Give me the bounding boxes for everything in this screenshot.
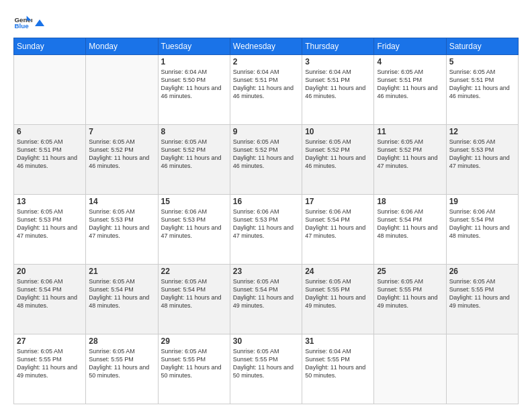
day-number: 16 — [233, 197, 299, 206]
header: General Blue — [13, 12, 519, 31]
day-number: 23 — [233, 267, 299, 276]
calendar-cell — [14, 55, 86, 125]
calendar-cell: 10Sunrise: 6:05 AM Sunset: 5:52 PM Dayli… — [302, 125, 374, 195]
cell-info: Sunrise: 6:05 AM Sunset: 5:51 PM Dayligh… — [449, 68, 515, 101]
cell-info: Sunrise: 6:05 AM Sunset: 5:54 PM Dayligh… — [89, 277, 154, 310]
day-number: 14 — [89, 197, 154, 206]
cell-info: Sunrise: 6:05 AM Sunset: 5:52 PM Dayligh… — [161, 138, 227, 171]
day-number: 4 — [377, 57, 443, 66]
cell-info: Sunrise: 6:05 AM Sunset: 5:53 PM Dayligh… — [449, 138, 515, 171]
calendar-cell: 25Sunrise: 6:05 AM Sunset: 5:55 PM Dayli… — [374, 265, 446, 334]
calendar-cell: 19Sunrise: 6:06 AM Sunset: 5:54 PM Dayli… — [446, 195, 518, 265]
cell-info: Sunrise: 6:05 AM Sunset: 5:55 PM Dayligh… — [89, 347, 154, 380]
calendar-cell: 15Sunrise: 6:06 AM Sunset: 5:53 PM Dayli… — [158, 195, 230, 265]
calendar-cell: 17Sunrise: 6:06 AM Sunset: 5:54 PM Dayli… — [302, 195, 374, 265]
calendar-week-row: 27Sunrise: 6:05 AM Sunset: 5:55 PM Dayli… — [14, 334, 519, 404]
day-number: 29 — [161, 336, 227, 346]
day-number: 31 — [305, 336, 371, 346]
cell-info: Sunrise: 6:05 AM Sunset: 5:55 PM Dayligh… — [161, 347, 227, 380]
day-number: 1 — [161, 57, 227, 66]
calendar-cell: 7Sunrise: 6:05 AM Sunset: 5:52 PM Daylig… — [86, 125, 158, 195]
calendar-cell: 16Sunrise: 6:06 AM Sunset: 5:53 PM Dayli… — [230, 195, 302, 265]
day-number: 25 — [377, 267, 443, 276]
calendar-week-row: 13Sunrise: 6:05 AM Sunset: 5:53 PM Dayli… — [14, 195, 519, 265]
cell-info: Sunrise: 6:05 AM Sunset: 5:53 PM Dayligh… — [89, 208, 154, 240]
calendar-cell: 23Sunrise: 6:05 AM Sunset: 5:54 PM Dayli… — [230, 265, 302, 334]
calendar-cell: 9Sunrise: 6:05 AM Sunset: 5:52 PM Daylig… — [230, 125, 302, 195]
weekday-header-tuesday: Tuesday — [158, 38, 230, 55]
day-number: 3 — [305, 57, 371, 66]
day-number: 24 — [305, 267, 371, 276]
cell-info: Sunrise: 6:06 AM Sunset: 5:53 PM Dayligh… — [233, 208, 299, 240]
cell-info: Sunrise: 6:06 AM Sunset: 5:54 PM Dayligh… — [377, 208, 443, 240]
calendar-cell — [374, 334, 446, 404]
weekday-header-wednesday: Wednesday — [230, 38, 302, 55]
day-number: 11 — [377, 127, 443, 136]
day-number: 18 — [377, 197, 443, 206]
day-number: 6 — [17, 127, 83, 136]
svg-text:Blue: Blue — [14, 22, 29, 30]
day-number: 30 — [233, 336, 299, 346]
cell-info: Sunrise: 6:06 AM Sunset: 5:54 PM Dayligh… — [17, 277, 83, 310]
cell-info: Sunrise: 6:05 AM Sunset: 5:55 PM Dayligh… — [305, 277, 371, 310]
cell-info: Sunrise: 6:04 AM Sunset: 5:55 PM Dayligh… — [305, 347, 371, 380]
day-number: 2 — [233, 57, 299, 66]
calendar-cell: 14Sunrise: 6:05 AM Sunset: 5:53 PM Dayli… — [86, 195, 158, 265]
day-number: 12 — [449, 127, 515, 136]
cell-info: Sunrise: 6:05 AM Sunset: 5:53 PM Dayligh… — [17, 208, 83, 240]
calendar-week-row: 6Sunrise: 6:05 AM Sunset: 5:51 PM Daylig… — [14, 125, 519, 195]
day-number: 17 — [305, 197, 371, 206]
calendar-table: SundayMondayTuesdayWednesdayThursdayFrid… — [13, 38, 519, 404]
cell-info: Sunrise: 6:05 AM Sunset: 5:55 PM Dayligh… — [449, 277, 515, 310]
calendar-cell: 26Sunrise: 6:05 AM Sunset: 5:55 PM Dayli… — [446, 265, 518, 334]
day-number: 13 — [17, 197, 83, 206]
cell-info: Sunrise: 6:05 AM Sunset: 5:55 PM Dayligh… — [233, 347, 299, 380]
calendar-cell: 21Sunrise: 6:05 AM Sunset: 5:54 PM Dayli… — [86, 265, 158, 334]
calendar-cell: 6Sunrise: 6:05 AM Sunset: 5:51 PM Daylig… — [14, 125, 86, 195]
calendar-cell: 24Sunrise: 6:05 AM Sunset: 5:55 PM Dayli… — [302, 265, 374, 334]
weekday-header-sunday: Sunday — [14, 38, 86, 55]
cell-info: Sunrise: 6:05 AM Sunset: 5:55 PM Dayligh… — [17, 347, 83, 380]
calendar-cell: 1Sunrise: 6:04 AM Sunset: 5:50 PM Daylig… — [158, 55, 230, 125]
calendar-cell: 18Sunrise: 6:06 AM Sunset: 5:54 PM Dayli… — [374, 195, 446, 265]
day-number: 7 — [89, 127, 154, 136]
day-number: 20 — [17, 267, 83, 276]
calendar-cell: 20Sunrise: 6:06 AM Sunset: 5:54 PM Dayli… — [14, 265, 86, 334]
weekday-header-row: SundayMondayTuesdayWednesdayThursdayFrid… — [14, 38, 519, 55]
weekday-header-thursday: Thursday — [302, 38, 374, 55]
calendar-week-row: 20Sunrise: 6:06 AM Sunset: 5:54 PM Dayli… — [14, 265, 519, 334]
cell-info: Sunrise: 6:05 AM Sunset: 5:55 PM Dayligh… — [377, 277, 443, 310]
day-number: 5 — [449, 57, 515, 66]
calendar-cell — [86, 55, 158, 125]
cell-info: Sunrise: 6:06 AM Sunset: 5:53 PM Dayligh… — [161, 208, 227, 240]
cell-info: Sunrise: 6:06 AM Sunset: 5:54 PM Dayligh… — [305, 208, 371, 240]
calendar-cell — [446, 334, 518, 404]
calendar-cell: 12Sunrise: 6:05 AM Sunset: 5:53 PM Dayli… — [446, 125, 518, 195]
calendar-cell: 22Sunrise: 6:05 AM Sunset: 5:54 PM Dayli… — [158, 265, 230, 334]
calendar-cell: 27Sunrise: 6:05 AM Sunset: 5:55 PM Dayli… — [14, 334, 86, 404]
calendar-cell: 2Sunrise: 6:04 AM Sunset: 5:51 PM Daylig… — [230, 55, 302, 125]
cell-info: Sunrise: 6:06 AM Sunset: 5:54 PM Dayligh… — [449, 208, 515, 240]
cell-info: Sunrise: 6:05 AM Sunset: 5:52 PM Dayligh… — [377, 138, 443, 171]
calendar-cell: 28Sunrise: 6:05 AM Sunset: 5:55 PM Dayli… — [86, 334, 158, 404]
day-number: 28 — [89, 336, 154, 346]
day-number: 26 — [449, 267, 515, 276]
calendar-cell: 30Sunrise: 6:05 AM Sunset: 5:55 PM Dayli… — [230, 334, 302, 404]
cell-info: Sunrise: 6:05 AM Sunset: 5:52 PM Dayligh… — [305, 138, 371, 171]
cell-info: Sunrise: 6:04 AM Sunset: 5:51 PM Dayligh… — [233, 68, 299, 101]
day-number: 8 — [161, 127, 227, 136]
weekday-header-monday: Monday — [86, 38, 158, 55]
day-number: 27 — [17, 336, 83, 346]
calendar-cell: 3Sunrise: 6:04 AM Sunset: 5:51 PM Daylig… — [302, 55, 374, 125]
calendar-cell: 11Sunrise: 6:05 AM Sunset: 5:52 PM Dayli… — [374, 125, 446, 195]
weekday-header-friday: Friday — [374, 38, 446, 55]
cell-info: Sunrise: 6:04 AM Sunset: 5:51 PM Dayligh… — [305, 68, 371, 101]
cell-info: Sunrise: 6:05 AM Sunset: 5:52 PM Dayligh… — [89, 138, 154, 171]
cell-info: Sunrise: 6:05 AM Sunset: 5:54 PM Dayligh… — [161, 277, 227, 310]
day-number: 10 — [305, 127, 371, 136]
cell-info: Sunrise: 6:05 AM Sunset: 5:52 PM Dayligh… — [233, 138, 299, 171]
logo: General Blue — [13, 12, 46, 31]
logo-icon: General Blue — [13, 12, 32, 31]
cell-info: Sunrise: 6:05 AM Sunset: 5:51 PM Dayligh… — [17, 138, 83, 171]
calendar-cell: 29Sunrise: 6:05 AM Sunset: 5:55 PM Dayli… — [158, 334, 230, 404]
